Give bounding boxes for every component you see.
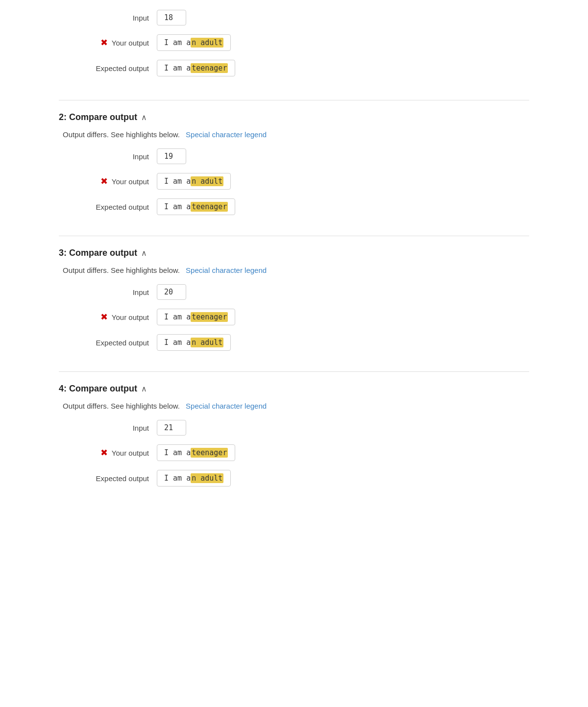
chevron-up-icon-2[interactable]: ∧ (141, 113, 147, 122)
input-value-4: 21 (157, 420, 186, 436)
expected-output-highlight-first: teenager (191, 63, 228, 73)
your-output-label-2: ✖ Your output (59, 176, 157, 187)
input-row-4: Input 21 (59, 420, 529, 436)
output-differs-text-2: Output differs. See highlights below. (63, 130, 180, 139)
expected-output-value-4: I am an adult (157, 470, 231, 487)
input-label-text: Input (133, 14, 149, 22)
your-output-highlight-3: teenager (191, 312, 228, 322)
compare-section-2: 2: Compare output ∧ Output differs. See … (59, 100, 529, 236)
output-differs-row-3: Output differs. See highlights below. Sp… (59, 266, 529, 274)
your-output-highlight-first: n adult (191, 38, 223, 48)
expected-output-prefix-first: I am a (164, 64, 191, 73)
input-row-3: Input 20 (59, 284, 529, 300)
expected-output-highlight-3: n adult (191, 338, 223, 347)
expected-output-row-4: Expected output I am an adult (59, 470, 529, 487)
input-label-4: Input (59, 424, 157, 432)
output-differs-row-4: Output differs. See highlights below. Sp… (59, 402, 529, 410)
output-differs-row-2: Output differs. See highlights below. Sp… (59, 130, 529, 139)
compare-section-3: 3: Compare output ∧ Output differs. See … (59, 236, 529, 371)
expected-output-label-3: Expected output (59, 339, 157, 347)
expected-output-label-4: Expected output (59, 474, 157, 483)
special-char-legend-link-4[interactable]: Special character legend (186, 402, 267, 410)
expected-output-label-text-first: Expected output (96, 64, 149, 73)
chevron-up-icon-4[interactable]: ∧ (141, 384, 147, 393)
compare-title-2: 2: Compare output (59, 112, 137, 122)
expected-output-prefix-3: I am a (164, 338, 191, 347)
expected-output-value-2: I am a teenager (157, 198, 235, 215)
your-output-label-first: ✖ Your output (59, 37, 157, 48)
expected-output-label-text-3: Expected output (96, 339, 149, 347)
your-output-label-4: ✖ Your output (59, 447, 157, 458)
input-label-text-3: Input (133, 288, 149, 296)
special-char-legend-link-2[interactable]: Special character legend (186, 130, 267, 139)
input-value-2: 19 (157, 148, 186, 164)
your-output-prefix-3: I am a (164, 313, 191, 321)
input-label-text-2: Input (133, 152, 149, 161)
your-output-prefix-first: I am a (164, 38, 191, 47)
compare-section-4: 4: Compare output ∧ Output differs. See … (59, 372, 529, 507)
your-output-value-2: I am an adult (157, 173, 231, 190)
your-output-row-first: ✖ Your output I am an adult (59, 34, 529, 51)
error-icon-2: ✖ (100, 176, 108, 187)
input-value-3: 20 (157, 284, 186, 300)
your-output-value-3: I am a teenager (157, 309, 235, 325)
expected-output-row-2: Expected output I am a teenager (59, 198, 529, 215)
output-differs-text-4: Output differs. See highlights below. (63, 402, 180, 410)
error-icon-first: ✖ (100, 37, 108, 48)
your-output-value-4: I am a teenager (157, 444, 235, 461)
your-output-prefix-4: I am a (164, 448, 191, 457)
input-value-first: 18 (157, 10, 186, 25)
input-label-2: Input (59, 152, 157, 161)
your-output-label-text-2: Your output (112, 177, 149, 186)
expected-output-row-first: Expected output I am a teenager (59, 60, 529, 76)
your-output-value-first: I am an adult (157, 34, 231, 51)
expected-output-row-3: Expected output I am an adult (59, 334, 529, 351)
compare-header-3: 3: Compare output ∧ (59, 248, 529, 258)
your-output-highlight-2: n adult (191, 176, 223, 186)
expected-output-prefix-4: I am a (164, 474, 191, 483)
output-differs-text-3: Output differs. See highlights below. (63, 266, 180, 274)
your-output-row-4: ✖ Your output I am a teenager (59, 444, 529, 461)
input-label-3: Input (59, 288, 157, 296)
expected-output-label-text-4: Expected output (96, 474, 149, 483)
expected-output-label-first: Expected output (59, 64, 157, 73)
error-icon-4: ✖ (100, 447, 108, 458)
your-output-label-text-4: Your output (112, 449, 149, 457)
your-output-prefix-2: I am a (164, 177, 191, 186)
compare-header-4: 4: Compare output ∧ (59, 384, 529, 394)
input-row-first: Input 18 (59, 10, 529, 25)
chevron-up-icon-3[interactable]: ∧ (141, 248, 147, 258)
your-output-row-3: ✖ Your output I am a teenager (59, 309, 529, 325)
expected-output-prefix-2: I am a (164, 202, 191, 211)
compare-header-2: 2: Compare output ∧ (59, 112, 529, 122)
your-output-label-text-3: Your output (112, 313, 149, 321)
special-char-legend-link-3[interactable]: Special character legend (186, 266, 267, 274)
page-container: Input 18 ✖ Your output I am an adult Exp… (49, 0, 539, 507)
expected-output-label-text-2: Expected output (96, 203, 149, 211)
error-icon-3: ✖ (100, 312, 108, 322)
your-output-row-2: ✖ Your output I am an adult (59, 173, 529, 190)
input-label-text-4: Input (133, 424, 149, 432)
expected-output-label-2: Expected output (59, 203, 157, 211)
your-output-label-3: ✖ Your output (59, 312, 157, 322)
expected-output-value-3: I am an adult (157, 334, 231, 351)
compare-title-3: 3: Compare output (59, 248, 137, 258)
your-output-highlight-4: teenager (191, 448, 228, 458)
your-output-label-text-first: Your output (112, 39, 149, 47)
first-section: Input 18 ✖ Your output I am an adult Exp… (59, 0, 529, 100)
expected-output-value-first: I am a teenager (157, 60, 235, 76)
input-row-2: Input 19 (59, 148, 529, 164)
expected-output-highlight-4: n adult (191, 473, 223, 483)
input-label-first: Input (59, 14, 157, 22)
expected-output-highlight-2: teenager (191, 202, 228, 212)
compare-title-4: 4: Compare output (59, 384, 137, 394)
